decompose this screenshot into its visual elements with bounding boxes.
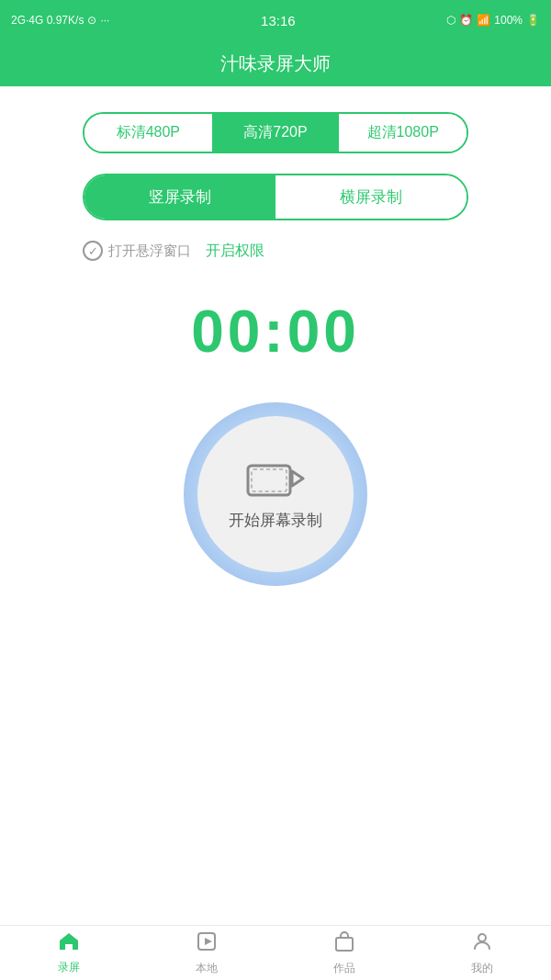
quality-selector: 标清480P 高清720P 超清1080P (83, 112, 468, 153)
app-title: 汁味录屏大师 (220, 51, 331, 76)
nav-label-works: 作品 (333, 961, 355, 976)
user-icon (471, 930, 493, 958)
network-info: 2G·4G 0.97K/s (11, 14, 84, 27)
svg-point-6 (478, 934, 486, 941)
svg-marker-4 (205, 938, 212, 945)
record-button-inner: 开始屏幕录制 (197, 416, 354, 572)
main-content: 标清480P 高清720P 超清1080P 竖屏录制 横屏录制 ✓ 打开悬浮窗口… (0, 86, 551, 925)
portrait-mode-button[interactable]: 竖屏录制 (84, 175, 276, 219)
landscape-mode-button[interactable]: 横屏录制 (276, 175, 467, 219)
float-window-row: ✓ 打开悬浮窗口 开启权限 (83, 241, 468, 261)
battery-icon: 🔋 (526, 14, 540, 27)
nav-item-local[interactable]: 本地 (138, 925, 276, 981)
more-icon: ··· (100, 14, 109, 27)
svg-marker-2 (292, 471, 303, 486)
svg-rect-5 (336, 938, 353, 951)
battery-text: 100% (494, 14, 523, 27)
svg-rect-1 (252, 469, 287, 491)
quality-480p[interactable]: 标清480P (84, 114, 212, 152)
nav-label-local: 本地 (196, 961, 218, 976)
camera-icon (246, 458, 305, 499)
timer-display: 00:00 (191, 298, 360, 366)
quality-720p[interactable]: 高清720P (212, 114, 340, 152)
signal-icon: 📶 (477, 14, 490, 27)
bottom-nav: 录屏 本地 作品 我的 (0, 925, 551, 980)
nav-item-mine[interactable]: 我的 (413, 925, 551, 981)
record-label: 开始屏幕录制 (229, 510, 322, 531)
float-window-label: 打开悬浮窗口 (108, 242, 191, 260)
nav-item-record[interactable]: 录屏 (0, 926, 138, 981)
check-circle-icon: ✓ (83, 241, 103, 261)
orientation-selector: 竖屏录制 横屏录制 (83, 174, 468, 220)
nav-label-record: 录屏 (58, 960, 80, 975)
bag-icon (333, 930, 355, 958)
status-right: ⬡ ⏰ 📶 100% 🔋 (446, 14, 540, 27)
quality-1080p[interactable]: 超清1080P (339, 114, 467, 152)
permission-link[interactable]: 开启权限 (206, 242, 264, 261)
status-left: 2G·4G 0.97K/s ⊙ ··· (11, 14, 109, 27)
bluetooth-icon: ⬡ (446, 14, 455, 27)
status-bar: 2G·4G 0.97K/s ⊙ ··· 13:16 ⬡ ⏰ 📶 100% 🔋 (0, 0, 551, 40)
svg-rect-0 (248, 466, 290, 495)
nav-label-mine: 我的 (471, 961, 493, 976)
clock: 13:16 (261, 13, 296, 28)
alarm-icon: ⏰ (459, 14, 473, 27)
app-header: 汁味录屏大师 (0, 40, 551, 86)
nav-item-works[interactable]: 作品 (276, 925, 413, 981)
wifi-icon: ⊙ (87, 14, 96, 27)
record-button[interactable]: 开始屏幕录制 (184, 402, 367, 586)
play-icon (196, 930, 218, 958)
home-icon (58, 931, 80, 957)
float-window-check[interactable]: ✓ 打开悬浮窗口 (83, 241, 191, 261)
